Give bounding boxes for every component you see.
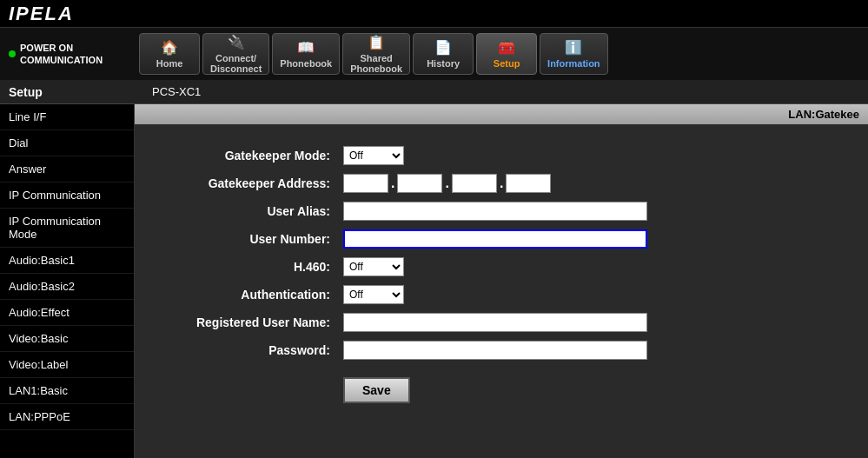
control-registered-user-name [343, 313, 851, 332]
connect-icon: 🔌 [228, 34, 245, 50]
sidebar-item-video-basic[interactable]: Video:Basic [0, 326, 134, 352]
nav-btn-history-label: History [427, 58, 460, 69]
phonebook-icon: 📖 [297, 39, 315, 56]
sidebar-item-audio-basic2[interactable]: Audio:Basic2 [0, 274, 134, 300]
sidebar-item-lan-pppoe[interactable]: LAN:PPPoE [0, 404, 134, 430]
nav-btn-history[interactable]: 📄 History [413, 33, 474, 75]
home-icon: 🏠 [161, 39, 178, 56]
ip-dot-2: . [444, 176, 449, 191]
label-gatekeeper-mode: Gatekeeper Mode: [152, 149, 343, 163]
form-container: Gatekeeper Mode: Off On Auto Gatekeeper … [135, 137, 868, 429]
nav-btn-phonebook-label: Phonebook [280, 58, 332, 69]
input-registered-user-name[interactable] [343, 313, 647, 332]
section-header-text: LAN:Gatekee [788, 108, 859, 121]
label-gatekeeper-address: Gatekeeper Address: [152, 176, 343, 190]
form-row-gatekeeper-address: Gatekeeper Address: . . . [152, 174, 851, 193]
label-user-alias: User Alias: [152, 204, 343, 218]
sidebar-item-dial[interactable]: Dial [0, 130, 134, 156]
ip-octet-3[interactable] [452, 174, 497, 193]
control-user-number [343, 229, 851, 249]
ip-octet-4[interactable] [506, 174, 551, 193]
nav-btn-phonebook[interactable]: 📖 Phonebook [272, 33, 340, 75]
label-authentication: Authentication: [152, 288, 343, 302]
sidebar-item-lan1-basic[interactable]: LAN1:Basic [0, 378, 134, 404]
sidebar-item-ip-comm[interactable]: IP Communication [0, 183, 134, 209]
form-row-password: Password: [152, 341, 851, 360]
content-area: LAN:Gatekee Gatekeeper Mode: Off On Auto… [135, 104, 868, 458]
form-row-user-alias: User Alias: [152, 202, 851, 221]
select-gatekeeper-mode[interactable]: Off On Auto [343, 146, 404, 165]
logo: IPELA [9, 3, 74, 25]
power-line1: POWER ON [20, 42, 103, 54]
input-password[interactable] [343, 341, 647, 360]
form-row-user-number: User Number: [152, 229, 851, 249]
nav-btn-information[interactable]: ℹ️ Information [540, 33, 608, 75]
form-row-gatekeeper-mode: Gatekeeper Mode: Off On Auto [152, 146, 851, 165]
label-user-number: User Number: [152, 232, 343, 246]
ip-octet-1[interactable] [343, 174, 388, 193]
power-indicator: POWER ON COMMUNICATION [9, 42, 139, 67]
nav-btn-setup[interactable]: 🧰 Setup [476, 33, 537, 75]
section-title: Setup [9, 85, 143, 99]
label-registered-user-name: Registered User Name: [152, 315, 343, 329]
device-name: PCS-XC1 [143, 85, 201, 98]
section-header: LAN:Gatekee [135, 104, 868, 124]
nav-btn-home[interactable]: 🏠 Home [139, 33, 200, 75]
save-button[interactable]: Save [343, 377, 410, 403]
setup-icon: 🧰 [498, 39, 515, 56]
sidebar-item-line-if[interactable]: Line I/F [0, 104, 134, 130]
nav-bar: POWER ON COMMUNICATION 🏠 Home 🔌 Connect/… [0, 28, 868, 80]
nav-btn-connect-label: Connect/Disconnect [210, 53, 262, 74]
shared-phonebook-icon: 📋 [368, 34, 385, 50]
ip-dot-3: . [499, 176, 504, 191]
control-authentication: Off On [343, 285, 851, 304]
information-icon: ℹ️ [565, 39, 582, 56]
form-row-registered-user-name: Registered User Name: [152, 313, 851, 332]
control-user-alias [343, 202, 851, 221]
input-user-alias[interactable] [343, 202, 647, 221]
label-h460: H.460: [152, 260, 343, 274]
sidebar-item-answer[interactable]: Answer [0, 156, 134, 183]
nav-btn-connect[interactable]: 🔌 Connect/Disconnect [202, 33, 269, 75]
select-authentication[interactable]: Off On [343, 285, 404, 304]
power-dot [9, 50, 16, 57]
form-row-authentication: Authentication: Off On [152, 285, 851, 304]
ip-fields: . . . [343, 174, 851, 193]
nav-btn-setup-label: Setup [494, 58, 520, 69]
sidebar-item-audio-effect[interactable]: Audio:Effect [0, 300, 134, 326]
nav-btn-home-label: Home [156, 58, 183, 69]
nav-buttons: 🏠 Home 🔌 Connect/Disconnect 📖 Phonebook … [139, 33, 608, 75]
nav-btn-shared-phonebook[interactable]: 📋 SharedPhonebook [342, 33, 410, 75]
main-layout: Line I/F Dial Answer IP Communication IP… [0, 104, 868, 458]
form-row-h460: H.460: Off On [152, 257, 851, 276]
breadcrumb: Setup PCS-XC1 [0, 80, 868, 104]
sidebar-item-video-label[interactable]: Video:Label [0, 352, 134, 378]
sidebar: Line I/F Dial Answer IP Communication IP… [0, 104, 135, 458]
top-header: IPELA [0, 0, 868, 28]
control-h460: Off On [343, 257, 851, 276]
ip-dot-1: . [390, 176, 395, 191]
control-password [343, 341, 851, 360]
select-h460[interactable]: Off On [343, 257, 404, 276]
save-control: Save [343, 368, 851, 403]
nav-btn-information-label: Information [547, 58, 600, 69]
nav-btn-shared-phonebook-label: SharedPhonebook [350, 53, 402, 74]
ip-octet-2[interactable] [397, 174, 442, 193]
power-lines: POWER ON COMMUNICATION [20, 42, 103, 67]
history-icon: 📄 [434, 39, 452, 56]
sidebar-item-ip-comm-mode[interactable]: IP CommunicationMode [0, 209, 134, 248]
sidebar-item-audio-basic1[interactable]: Audio:Basic1 [0, 248, 134, 274]
control-gatekeeper-address: . . . [343, 174, 851, 193]
form-row-save: Save [152, 368, 851, 403]
power-line2: COMMUNICATION [20, 54, 103, 66]
power-status: POWER ON COMMUNICATION [4, 42, 139, 67]
control-gatekeeper-mode: Off On Auto [343, 146, 851, 165]
label-password: Password: [152, 343, 343, 357]
input-user-number[interactable] [343, 229, 647, 249]
